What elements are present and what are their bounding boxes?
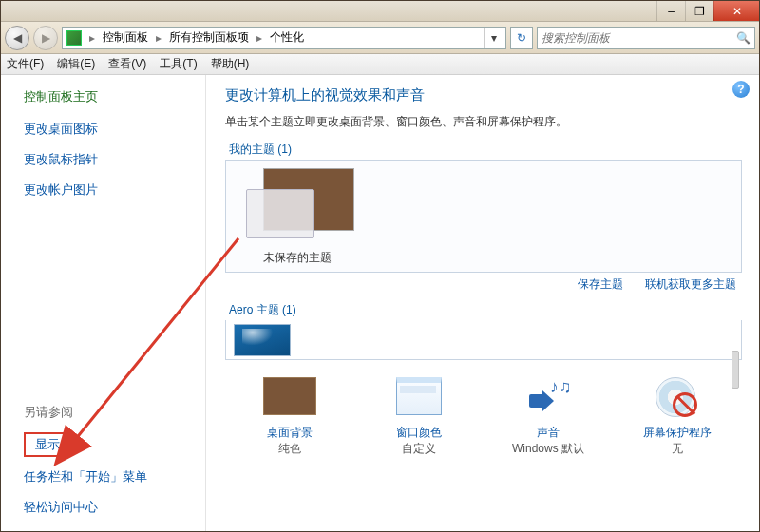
- theme-links: 保存主题 联机获取更多主题: [225, 276, 736, 293]
- menu-view[interactable]: 查看(V): [108, 56, 146, 72]
- menu-file[interactable]: 文件(F): [7, 56, 44, 72]
- close-icon: ✕: [732, 5, 742, 18]
- screensaver-label: 屏幕保护程序: [620, 425, 734, 441]
- control-panel-icon: [66, 30, 82, 46]
- breadcrumb-sep: ▸: [256, 31, 262, 45]
- sidebar-change-mouse-pointers[interactable]: 更改鼠标指针: [24, 151, 205, 168]
- my-themes-label: 我的主题 (1): [229, 142, 742, 158]
- close-button[interactable]: ✕: [713, 1, 759, 21]
- sounds-value: Windows 默认: [491, 441, 605, 457]
- titlebar: – ❐ ✕: [1, 1, 759, 22]
- breadcrumb-sep: ▸: [156, 31, 162, 45]
- address-bar[interactable]: ▸ 控制面板 ▸ 所有控制面板项 ▸ 个性化 ▾: [62, 27, 506, 49]
- forward-button[interactable]: ▶: [33, 26, 58, 50]
- aero-themes-label: Aero 主题 (1): [229, 302, 742, 318]
- my-themes-box: 未保存的主题: [225, 160, 742, 273]
- menu-help[interactable]: 帮助(H): [211, 56, 250, 72]
- menubar: 文件(F) 编辑(E) 查看(V) 工具(T) 帮助(H): [1, 54, 759, 75]
- desktop-background-item[interactable]: 桌面背景 纯色: [233, 373, 347, 457]
- minimize-button[interactable]: –: [656, 1, 685, 21]
- maximize-button[interactable]: ❐: [685, 1, 713, 21]
- sidebar-taskbar-start[interactable]: 任务栏和「开始」菜单: [24, 468, 205, 485]
- back-button[interactable]: ◀: [5, 26, 29, 50]
- minimize-icon: –: [668, 5, 674, 18]
- desktop-background-icon: [263, 377, 316, 415]
- theme-item-unsaved[interactable]: 未保存的主题: [236, 168, 359, 266]
- page-title: 更改计算机上的视觉效果和声音: [225, 86, 742, 104]
- search-input[interactable]: [542, 31, 736, 45]
- sound-icon: ♪♫: [523, 375, 573, 417]
- desktop-background-value: 纯色: [233, 441, 347, 457]
- window-color-label: 窗口颜色: [362, 425, 476, 441]
- body: 控制面板主页 更改桌面图标 更改鼠标指针 更改帐户图片 另请参阅 显示 任务栏和…: [1, 75, 759, 531]
- refresh-button[interactable]: ↻: [510, 27, 533, 49]
- screensaver-item[interactable]: 屏幕保护程序 无: [620, 373, 734, 457]
- window-color-value: 自定义: [362, 441, 476, 457]
- sidebar-change-desktop-icons[interactable]: 更改桌面图标: [24, 121, 205, 138]
- content: ? 更改计算机上的视觉效果和声音 单击某个主题立即更改桌面背景、窗口颜色、声音和…: [206, 75, 759, 531]
- breadcrumb-sep: ▸: [89, 31, 95, 45]
- breadcrumb-1[interactable]: 控制面板: [103, 29, 148, 46]
- breadcrumb-3[interactable]: 个性化: [270, 29, 304, 46]
- get-more-themes-link[interactable]: 联机获取更多主题: [645, 277, 736, 291]
- window-color-item[interactable]: 窗口颜色 自定义: [362, 373, 476, 457]
- maximize-icon: ❐: [694, 5, 705, 18]
- aero-theme-thumb[interactable]: [234, 324, 291, 356]
- breadcrumb-2[interactable]: 所有控制面板项: [169, 29, 249, 46]
- aero-themes-box: [225, 320, 742, 360]
- address-dropdown[interactable]: ▾: [484, 28, 502, 48]
- search-box[interactable]: 🔍: [537, 27, 755, 49]
- sidebar-display-link[interactable]: 显示: [24, 432, 71, 457]
- sounds-label: 声音: [491, 425, 605, 441]
- save-theme-link[interactable]: 保存主题: [578, 277, 623, 291]
- theme-name: 未保存的主题: [236, 250, 359, 266]
- see-also-label: 另请参阅: [24, 404, 205, 421]
- screensaver-value: 无: [620, 441, 734, 457]
- page-description: 单击某个主题立即更改桌面背景、窗口颜色、声音和屏幕保护程序。: [225, 114, 742, 130]
- sidebar-change-account-picture[interactable]: 更改帐户图片: [24, 181, 205, 199]
- scrollbar-thumb[interactable]: [732, 351, 739, 389]
- control-panel-home[interactable]: 控制面板主页: [24, 88, 205, 105]
- search-icon: 🔍: [736, 31, 750, 45]
- sidebar: 控制面板主页 更改桌面图标 更改鼠标指针 更改帐户图片 另请参阅 显示 任务栏和…: [1, 75, 206, 531]
- screensaver-icon: [652, 375, 703, 417]
- menu-tools[interactable]: 工具(T): [160, 56, 197, 72]
- navbar: ◀ ▶ ▸ 控制面板 ▸ 所有控制面板项 ▸ 个性化 ▾ ↻ 🔍: [1, 22, 759, 54]
- window-color-icon: [396, 377, 442, 415]
- sounds-item[interactable]: ♪♫ 声音 Windows 默认: [491, 373, 605, 457]
- desktop-background-label: 桌面背景: [233, 425, 347, 441]
- menu-edit[interactable]: 编辑(E): [57, 56, 95, 72]
- window: – ❐ ✕ ◀ ▶ ▸ 控制面板 ▸ 所有控制面板项 ▸ 个性化 ▾ ↻ 🔍 文…: [0, 0, 760, 532]
- theme-thumbnail: [240, 168, 354, 244]
- help-icon[interactable]: ?: [732, 81, 750, 98]
- sidebar-ease-of-access[interactable]: 轻松访问中心: [24, 499, 205, 516]
- bottom-row: 桌面背景 纯色 窗口颜色 自定义 ♪♫ 声音 Windows 默认 屏幕保护程序…: [225, 373, 742, 457]
